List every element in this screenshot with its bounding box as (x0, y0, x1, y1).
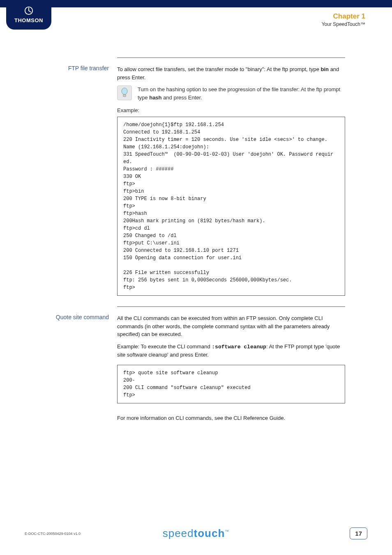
section-divider (117, 306, 345, 307)
section-quote-site-command: Quote site command All the CLI commands … (117, 306, 345, 422)
svg-point-1 (122, 88, 127, 94)
quote-paragraph-2: Example: To execute the CLI command :sof… (117, 343, 345, 359)
page-footer: E-DOC-CTC-20050429-0104 v1.0 speedtouch™… (25, 527, 367, 539)
top-bar (0, 0, 392, 7)
chapter-subtitle: Your SpeedTouch™ (322, 21, 365, 27)
brand-light-part: speed (163, 527, 194, 539)
section-divider (117, 58, 345, 58)
brand-logo-tab: THOMSON (6, 0, 51, 30)
brand-bold-part: touch (194, 527, 225, 539)
quote-site-code-block: ftp> quote site software cleanup 200- 20… (117, 365, 345, 403)
cli-command-code: :software cleanup (212, 344, 266, 350)
lightbulb-icon (117, 85, 132, 100)
text-span: and press Enter. (162, 94, 202, 101)
svg-rect-2 (123, 94, 126, 97)
thomson-logo-icon (24, 6, 33, 16)
section-ftp-file-transfer: FTP file transfer To allow correct file … (117, 58, 345, 296)
page-header-right: Chapter 1 Your SpeedTouch™ (322, 12, 365, 27)
bin-keyword: bin (321, 66, 329, 72)
brand-logo-text: THOMSON (14, 17, 43, 23)
section-label-quote: Quote site command (35, 314, 109, 320)
document-id: E-DOC-CTC-20050429-0104 v1.0 (25, 532, 81, 536)
chapter-title: Chapter 1 (322, 12, 365, 21)
tip-text: Turn on the hashing option to see the pr… (138, 85, 345, 101)
speedtouch-brand: speedtouch™ (163, 527, 230, 540)
example-label: Example: (117, 107, 345, 113)
section-label-ftp: FTP file transfer (35, 65, 109, 71)
ftp-intro-paragraph: To allow correct file transfers, set the… (117, 65, 345, 81)
ftp-session-code-block: /home/doejohn{1}$ftp 192.168.1.254 Conne… (117, 117, 345, 296)
quote-paragraph-1: All the CLI commands can be executed fro… (117, 314, 345, 339)
quote-paragraph-3: For more information on CLI commands, se… (117, 414, 345, 422)
trademark-symbol: ™ (225, 529, 229, 534)
tip-note: Turn on the hashing option to see the pr… (117, 85, 345, 101)
text-span: Example: To execute the CLI command (117, 343, 212, 350)
hash-keyword: hash (149, 94, 161, 101)
page-number: 17 (350, 527, 367, 539)
text-span: To allow correct file transfers, set the… (117, 66, 321, 72)
